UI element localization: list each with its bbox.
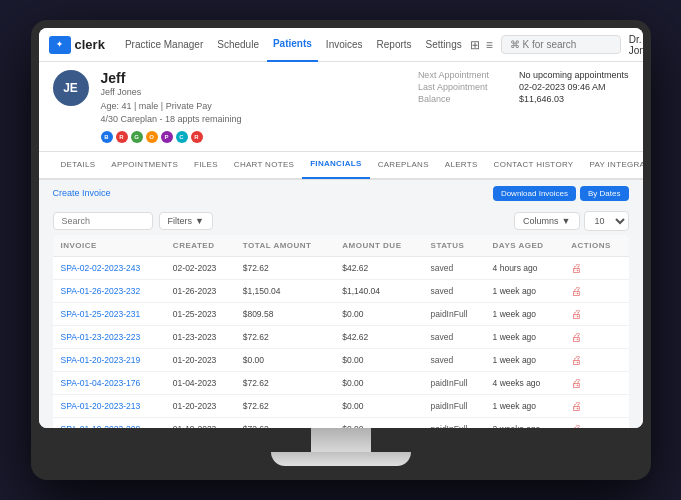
nav-patients[interactable]: Patients: [267, 28, 318, 62]
table-row: SPA-01-23-2023-223 01-23-2023 $72.62 $42…: [53, 325, 629, 348]
cell-days-6: 1 week ago: [485, 394, 564, 417]
tab-careplans[interactable]: CAREPLANS: [370, 151, 437, 179]
menu-icon[interactable]: ≡: [486, 38, 493, 52]
cell-status-3: saved: [423, 325, 485, 348]
logo-area: ✦ clerk: [49, 36, 105, 54]
financials-toolbar: Create Invoice Download Invoices By Date…: [39, 180, 643, 207]
dot-3[interactable]: G: [131, 131, 143, 143]
tab-pay-integration[interactable]: PAY INTEGRATION: [582, 151, 643, 179]
download-action-icon-7[interactable]: 🖨: [571, 423, 582, 429]
cell-total-3: $72.62: [235, 325, 335, 348]
search-filter-bar: Filters ▼ Columns ▼ 10 25 50: [39, 207, 643, 235]
invoice-table-container: INVOICE CREATED TOTAL AMOUNT AMOUNT DUE …: [39, 235, 643, 429]
tab-alerts[interactable]: ALERTS: [437, 151, 486, 179]
cell-created-1: 01-26-2023: [165, 279, 235, 302]
monitor: ✦ clerk Practice Manager Schedule Patien…: [31, 20, 651, 480]
dot-1[interactable]: B: [101, 131, 113, 143]
cell-invoice-7[interactable]: SPA-01-19-2023-208: [53, 417, 165, 428]
download-action-icon-6[interactable]: 🖨: [571, 400, 582, 412]
search-input[interactable]: [501, 35, 621, 54]
cell-due-3: $42.62: [334, 325, 422, 348]
nav-practice-manager[interactable]: Practice Manager: [119, 28, 209, 62]
invoice-table: INVOICE CREATED TOTAL AMOUNT AMOUNT DUE …: [53, 235, 629, 429]
columns-chevron-icon: ▼: [562, 216, 571, 226]
download-action-icon-2[interactable]: 🖨: [571, 308, 582, 320]
cell-due-1: $1,140.04: [334, 279, 422, 302]
appointment-col: Next Appointment Last Appointment Balanc…: [418, 70, 489, 104]
create-invoice-link[interactable]: Create Invoice: [53, 188, 111, 198]
financials-content: Create Invoice Download Invoices By Date…: [39, 180, 643, 429]
cell-status-4: saved: [423, 348, 485, 371]
logo-text: clerk: [75, 37, 105, 52]
tab-files[interactable]: FILES: [186, 151, 226, 179]
table-row: SPA-01-26-2023-232 01-26-2023 $1,150.04 …: [53, 279, 629, 302]
cell-total-0: $72.62: [235, 256, 335, 279]
dot-7[interactable]: R: [191, 131, 203, 143]
cell-status-5: paidInFull: [423, 371, 485, 394]
cell-status-6: paidInFull: [423, 394, 485, 417]
cell-due-4: $0.00: [334, 348, 422, 371]
nav-settings[interactable]: Settings: [420, 28, 468, 62]
cell-invoice-1[interactable]: SPA-01-26-2023-232: [53, 279, 165, 302]
cell-created-0: 02-02-2023: [165, 256, 235, 279]
col-header-total: TOTAL AMOUNT: [235, 235, 335, 257]
search-input[interactable]: [53, 212, 153, 230]
cell-invoice-6[interactable]: SPA-01-20-2023-213: [53, 394, 165, 417]
filter-button[interactable]: Filters ▼: [159, 212, 213, 230]
dot-4[interactable]: O: [146, 131, 158, 143]
download-action-icon-1[interactable]: 🖨: [571, 285, 582, 297]
next-appt-label: Next Appointment: [418, 70, 489, 80]
dot-5[interactable]: P: [161, 131, 173, 143]
tab-contact-history[interactable]: CONTACT HISTORY: [486, 151, 582, 179]
columns-button[interactable]: Columns ▼: [514, 212, 579, 230]
toolbar-right: Download Invoices By Dates: [493, 186, 629, 201]
tab-chart-notes[interactable]: CHART NOTES: [226, 151, 302, 179]
per-page-select[interactable]: 10 25 50: [584, 211, 629, 231]
sub-navigation: DETAILS APPOINTMENTS FILES CHART NOTES F…: [39, 152, 643, 180]
cell-days-7: 2 weeks ago: [485, 417, 564, 428]
col-header-status: STATUS: [423, 235, 485, 257]
cell-invoice-2[interactable]: SPA-01-25-2023-231: [53, 302, 165, 325]
patient-info: Jeff Jeff Jones Age: 41 | male | Private…: [101, 70, 406, 143]
cell-created-3: 01-23-2023: [165, 325, 235, 348]
cell-created-4: 01-20-2023: [165, 348, 235, 371]
cell-due-2: $0.00: [334, 302, 422, 325]
download-action-icon-3[interactable]: 🖨: [571, 331, 582, 343]
nav-schedule[interactable]: Schedule: [211, 28, 265, 62]
nav-invoices[interactable]: Invoices: [320, 28, 369, 62]
tab-details[interactable]: DETAILS: [53, 151, 104, 179]
table-row: SPA-01-19-2023-208 01-19-2023 $72.62 $0.…: [53, 417, 629, 428]
grid-icon[interactable]: ⊞: [470, 38, 480, 52]
by-dates-button[interactable]: By Dates: [580, 186, 628, 201]
download-action-icon-4[interactable]: 🖨: [571, 354, 582, 366]
table-row: SPA-01-20-2023-213 01-20-2023 $72.62 $0.…: [53, 394, 629, 417]
nav-reports[interactable]: Reports: [371, 28, 418, 62]
patient-full-name: Jeff Jones: [101, 86, 406, 100]
cell-actions-2: 🖨: [563, 302, 628, 325]
cell-actions-3: 🖨: [563, 325, 628, 348]
cell-total-7: $72.62: [235, 417, 335, 428]
cell-created-7: 01-19-2023: [165, 417, 235, 428]
download-action-icon-5[interactable]: 🖨: [571, 377, 582, 389]
view-controls: Columns ▼ 10 25 50: [514, 211, 628, 231]
cell-invoice-5[interactable]: SPA-01-04-2023-176: [53, 371, 165, 394]
cell-actions-4: 🖨: [563, 348, 628, 371]
cell-days-0: 4 hours ago: [485, 256, 564, 279]
download-invoices-button[interactable]: Download Invoices: [493, 186, 576, 201]
last-appt-value: 02-02-2023 09:46 AM: [519, 82, 629, 92]
cell-invoice-0[interactable]: SPA-02-02-2023-243: [53, 256, 165, 279]
dot-6[interactable]: C: [176, 131, 188, 143]
cell-invoice-3[interactable]: SPA-01-23-2023-223: [53, 325, 165, 348]
cell-status-2: paidInFull: [423, 302, 485, 325]
table-row: SPA-01-20-2023-219 01-20-2023 $0.00 $0.0…: [53, 348, 629, 371]
tab-financials[interactable]: FINANCIALS: [302, 151, 369, 179]
dot-2[interactable]: R: [116, 131, 128, 143]
cell-created-6: 01-20-2023: [165, 394, 235, 417]
tab-appointments[interactable]: APPOINTMENTS: [103, 151, 186, 179]
cell-due-6: $0.00: [334, 394, 422, 417]
col-header-actions: ACTIONS: [563, 235, 628, 257]
balance-value: $11,646.03: [519, 94, 629, 104]
download-action-icon-0[interactable]: 🖨: [571, 262, 582, 274]
patient-initials: JE: [63, 81, 78, 95]
cell-invoice-4[interactable]: SPA-01-20-2023-219: [53, 348, 165, 371]
